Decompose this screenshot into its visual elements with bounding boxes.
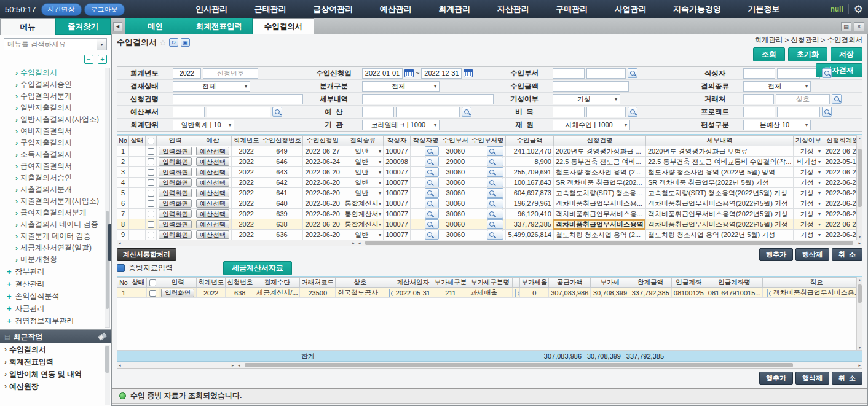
cell-complete[interactable]: 기성▾ <box>794 188 823 198</box>
search-icon[interactable] <box>487 157 503 166</box>
cell-dname[interactable] <box>470 209 505 219</box>
col-header-pay[interactable]: 결제수단 <box>254 278 300 288</box>
sidebar-item-지출결의서분개[interactable]: ›지출결의서분개 <box>0 184 111 195</box>
search-icon[interactable] <box>487 230 503 240</box>
cell-amount[interactable]: 96,120,410 <box>505 209 553 219</box>
top-menu-item[interactable]: 기본정보 <box>748 4 780 15</box>
cell-year[interactable]: 2022 <box>232 230 261 240</box>
cell-wname[interactable] <box>411 230 441 240</box>
org-select[interactable]: 코레일테크 | 1000▾ <box>362 120 440 130</box>
cell-year[interactable]: 2022 <box>232 198 261 209</box>
cell-title[interactable]: 객차비품취급업무서비스용역 <box>553 219 645 230</box>
cell-vatname[interactable]: 과세매출 <box>468 288 512 298</box>
table-row[interactable]: 2입력화면예산선택20226462022-06-24일반▾20009829000… <box>117 157 862 167</box>
col-header-note[interactable]: 적요 <box>771 278 862 288</box>
cell-dtype[interactable]: 일반▾ <box>342 157 384 167</box>
cell-writer[interactable]: 100077 <box>383 167 410 178</box>
cell-detail[interactable]: 철도차량 청소사업 용역 (2022년 5월) 방역 <box>645 167 793 178</box>
cell-reqdate[interactable]: 2022-06-20 <box>302 230 342 240</box>
logout-button[interactable]: 로그아웃 <box>84 3 125 16</box>
favorite-star-icon[interactable]: ☆ <box>159 38 167 47</box>
dropdown-arrow-icon[interactable]: ▾ <box>818 201 821 206</box>
fund-select[interactable]: 자체수입 | 1000▾ <box>553 120 630 130</box>
col-header-complete[interactable]: 기성여부 <box>794 136 823 146</box>
cell-dept[interactable]: 30060 <box>441 219 470 230</box>
table-row[interactable]: 3입력화면예산선택20226432022-06-20일반▾10007730060… <box>117 167 862 178</box>
cancel-button[interactable]: 취 소 <box>832 372 862 385</box>
cell-amount[interactable]: 241,102,470 <box>505 146 553 157</box>
dropdown-arrow-icon[interactable]: ▾ <box>379 159 381 165</box>
col-header-chk[interactable] <box>145 136 157 146</box>
budget-button[interactable]: 예산선택 <box>196 199 229 208</box>
cell-detail[interactable]: 고속철도차량(SRT) 청소용역(2022년5월) 기성 <box>645 188 793 198</box>
add-row-button[interactable]: 행추가 <box>759 248 793 261</box>
cell-wname[interactable] <box>411 188 441 198</box>
search-icon[interactable] <box>832 94 842 104</box>
dropdown-arrow-icon[interactable]: ▾ <box>818 159 821 165</box>
sidebar-item-급여지출결의서분개[interactable]: ›급여지출결의서분개 <box>0 207 111 219</box>
fiscal-year-input[interactable]: 2022 <box>173 68 201 79</box>
cell-writer[interactable]: 100077 <box>383 178 410 188</box>
cell-year[interactable]: 2022 <box>232 157 261 167</box>
cell-writer[interactable]: 100077 <box>383 188 410 198</box>
input-button[interactable]: 입력화면 <box>159 147 192 155</box>
input-button[interactable]: 입력화면 <box>159 220 192 228</box>
cell-dname[interactable] <box>470 198 505 209</box>
cell-reqdate[interactable]: 2022-06-20 <box>302 198 342 209</box>
project-code-input[interactable] <box>743 107 775 117</box>
cell-dept[interactable]: 30060 <box>441 198 470 209</box>
row-checkbox[interactable] <box>148 211 154 217</box>
col-header-dept[interactable]: 수입부서 <box>441 136 470 146</box>
top-menu-item[interactable]: 구매관리 <box>556 4 588 15</box>
cell-dept[interactable]: 30060 <box>441 167 470 178</box>
cell-complete[interactable]: 기성▾ <box>794 146 823 157</box>
cell-reqdate[interactable]: 2022-06-27 <box>302 146 342 157</box>
cell-title[interactable]: 22.5 동부건축 전도금 여비... <box>553 157 645 167</box>
cell-dname[interactable] <box>470 146 505 157</box>
cell-bdate[interactable]: 2022-05-31 <box>393 288 433 298</box>
col-header-as[interactable] <box>763 278 771 288</box>
budget-code-input[interactable] <box>362 107 394 117</box>
cell-vcode[interactable]: 23500 <box>300 288 336 298</box>
sidebar-item-여비지출결의서[interactable]: ›여비지출결의서 <box>0 125 111 137</box>
cell-title[interactable]: 2020년도 경영평가성과급 ... <box>553 146 645 157</box>
cell-wname[interactable] <box>411 198 441 209</box>
sidebar-item-세금계산서연결(일괄)[interactable]: ›세금계산서연결(일괄) <box>0 242 111 254</box>
cell-title[interactable]: 고속철도차량(SRT) 청소용... <box>553 188 645 198</box>
search-icon[interactable] <box>272 107 282 117</box>
table-row[interactable]: 4입력화면예산선택20226422022-06-20일반▾10007730060… <box>117 178 862 188</box>
calendar-icon[interactable] <box>464 69 473 77</box>
recent-scrollbar[interactable] <box>105 345 110 405</box>
cell-writer[interactable]: 100077 <box>383 209 410 219</box>
income-dept-name-input[interactable] <box>586 68 626 79</box>
sidebar-group-부가세자료관리[interactable]: +부가세자료관리 <box>0 327 111 329</box>
cell-year[interactable]: 2022 <box>232 188 261 198</box>
decide-type-select[interactable]: -전체-▾ <box>743 81 811 92</box>
tab-메인[interactable]: 메인 <box>125 18 186 34</box>
grid2-vscrollbar[interactable]: ▴ ▾ <box>856 277 862 350</box>
input-button[interactable]: 입력화면 <box>161 289 194 297</box>
col-header-writer[interactable]: 작성자 <box>383 136 410 146</box>
cell-vat[interactable]: 30,708,399 <box>591 288 629 298</box>
budget-type-select[interactable]: 본예산 10▾ <box>743 120 811 130</box>
search-icon[interactable] <box>628 68 637 78</box>
cell-complete[interactable]: 기성▾ <box>794 209 823 219</box>
cell-pay[interactable]: 세금계산서/... <box>254 288 300 298</box>
cell-supply[interactable]: 307,083,986 <box>549 288 591 298</box>
top-menu-item[interactable]: 근태관리 <box>254 4 286 15</box>
income-dept-code-input[interactable] <box>553 68 585 79</box>
cell-dname[interactable] <box>470 230 505 240</box>
col-header-seq[interactable]: 수입신청번호 <box>261 136 302 146</box>
cell-writer[interactable]: 200098 <box>383 157 410 167</box>
approval-status-select[interactable]: -전체-▾ <box>173 81 250 92</box>
dropdown-arrow-icon[interactable]: ▾ <box>379 149 381 154</box>
cell-wname[interactable] <box>411 178 441 188</box>
request-no-input[interactable]: 신청번호 <box>203 68 258 79</box>
cell-seq[interactable]: 643 <box>261 167 302 178</box>
cell-dtype[interactable]: 통합계산서▾ <box>342 198 384 209</box>
sidebar-group-장부관리[interactable]: +장부관리 <box>0 265 111 278</box>
sidebar-item-일반지출결의서[interactable]: ›일반지출결의서 <box>0 102 111 114</box>
cell-dtype[interactable]: 통합계산서▾ <box>342 219 384 230</box>
budget-button[interactable]: 예산선택 <box>196 189 229 197</box>
cell-total[interactable]: 337,792,385 <box>629 288 672 298</box>
